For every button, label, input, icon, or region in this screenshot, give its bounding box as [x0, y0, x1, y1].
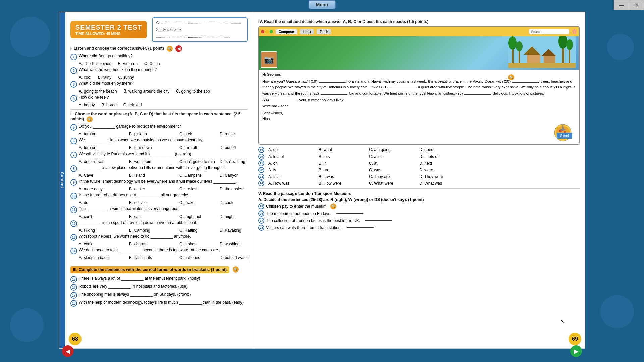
compose-btn[interactable]: Compose: [276, 29, 297, 34]
email-footer: Send: [262, 124, 576, 142]
section3-questions: 15 There is always a lot of __________ a…: [70, 276, 248, 307]
answer19: 19 A. go B. went C. am going D. goed: [258, 147, 580, 153]
bg-decoration-bl: [10, 308, 44, 342]
q26: 26 The museum is not open on Fridays.: [258, 210, 580, 217]
svg-point-2: [508, 36, 517, 50]
nav-prev-button[interactable]: ◀: [62, 345, 74, 357]
close-button[interactable]: ✕: [629, 0, 644, 10]
section4-answers: 19 A. go B. went C. am going D. goed 20 …: [258, 147, 580, 186]
flower-icon: ✿: [572, 28, 577, 35]
svg-rect-21: [560, 129, 566, 130]
test-header: SEMESTER 2 TEST TIME ALLOWED: 45 MINS Cl…: [70, 17, 248, 42]
q16: 16 Robots are very __________ in hospita…: [70, 284, 248, 291]
email-body2: (24) your summer holidays like?: [262, 97, 576, 103]
section1-heading: I. Listen and choose the correct answer.…: [70, 45, 248, 52]
q13: 13 With robot helpers, we won't need to …: [70, 234, 248, 241]
email-body: Hi Georgia, How are you? Guess what? I (…: [259, 70, 579, 144]
q8: 8 __________ is a low place between hill…: [70, 165, 248, 172]
email-search-input[interactable]: [529, 29, 569, 34]
section5-sub: A. Decide if the sentences (25-28) are R…: [258, 197, 580, 202]
blank19: [319, 82, 346, 83]
q4-options: A. happy B. bored C. relaxed: [79, 103, 248, 107]
q9-options: A. more easyB. easierC. easiestD. the ea…: [79, 187, 248, 191]
divider1: [70, 109, 248, 110]
q3: 3 What did he most enjoy there?: [70, 81, 248, 88]
q25-answer: [341, 206, 368, 206]
inbox-btn[interactable]: Inbox: [300, 29, 314, 34]
section2-heading: II. Choose the word or phrase (A, B, C o…: [70, 112, 248, 122]
email-writeback: Write back soon.: [262, 103, 576, 109]
section2-icon[interactable]: 🔍: [87, 116, 93, 122]
page-number-left: 68: [69, 333, 82, 345]
q9: 9 In the future, smart technology will b…: [70, 179, 248, 186]
q25-icon[interactable]: 🔍: [330, 203, 336, 209]
time-allowed: TIME ALLOWED: 45 MINS: [75, 32, 142, 36]
test-title: SEMESTER 2 TEST: [75, 24, 142, 32]
q2: 2 What was the weather like in the morni…: [70, 67, 248, 74]
q7: 7 We will visit Hyde Park this weekend i…: [70, 151, 248, 158]
q27-answer: [365, 220, 392, 221]
section3-header-row: III. Complete the sentences with the cor…: [70, 264, 248, 275]
menu-bar: Menu: [309, 0, 336, 9]
main-content: Content SEMESTER 2 TEST TIME ALLOWED: 45…: [59, 12, 585, 349]
q11: 11 You __________ swim in that water. It…: [70, 206, 248, 213]
q26-answer: [336, 213, 363, 214]
svg-point-8: [566, 39, 573, 50]
answer22: 22 A. is B. are C. was D. were: [258, 167, 580, 173]
blank23: [464, 94, 491, 95]
content-tab[interactable]: Content: [59, 12, 65, 348]
class-field: Class: .................................…: [156, 20, 244, 26]
svg-point-4: [516, 41, 523, 51]
q8-options: A. CaveB. IslandC. CampsiteD. Canyon: [79, 173, 248, 178]
q3-options: A. going to the beach B. walking around …: [79, 89, 248, 94]
title-block: SEMESTER 2 TEST TIME ALLOWED: 45 MINS: [70, 21, 147, 38]
minimize-button[interactable]: —: [614, 0, 629, 10]
section2-questions: 5 Do you __________ garbage to protect t…: [70, 124, 248, 260]
q4: 4 How did he feel?: [70, 95, 248, 102]
q5: 5 Do you __________ garbage to protect t…: [70, 124, 248, 131]
answer21: 21 A. on B. in C. at D. next: [258, 160, 580, 166]
q1-options: A. The Philippines B. Vietnam C. China: [79, 61, 248, 66]
window-controls: — ✕: [614, 0, 644, 10]
nav-next-button[interactable]: ▶: [570, 345, 582, 357]
dot-yellow: [265, 30, 269, 33]
bg-decoration-tr: [607, 34, 634, 60]
bg-decoration-tl: [10, 17, 50, 57]
left-page: SEMESTER 2 TEST TIME ALLOWED: 45 MINS Cl…: [65, 12, 253, 348]
tropical-svg: [508, 36, 576, 68]
q11-options: A. can'tB. canC. might notD. might: [79, 214, 248, 219]
dot-green: [270, 30, 273, 33]
trash-btn[interactable]: Trash: [317, 29, 331, 34]
section1-icon[interactable]: 🔍: [167, 46, 173, 52]
q7-options: A. doesn't rainB. won't rainC. isn't goi…: [79, 159, 248, 164]
q18: 18 With the help of modern technology, t…: [70, 300, 248, 307]
right-page: IV. Read the email and decide which answ…: [253, 12, 585, 348]
email-sign: Best wishes,Nina: [262, 110, 576, 122]
tropical-scene: [279, 36, 579, 70]
avatar-icon: 📷: [264, 55, 274, 64]
send-button[interactable]: Send: [557, 133, 572, 139]
page-number-right: 69: [569, 333, 581, 345]
blank24: [271, 101, 298, 101]
blank20: [512, 82, 539, 83]
section5-heading: V. Read the passage London Transport Mus…: [258, 191, 580, 196]
q5-options: A. turn onB. pick upC. pickD. reuse: [79, 132, 248, 136]
q15: 15 There is always a lot of __________ a…: [70, 276, 248, 283]
section4-icon[interactable]: 🔍: [508, 74, 514, 80]
q28-answer: [347, 227, 374, 228]
section1-questions: 1 Where did Ben go on holiday? A. The Ph…: [70, 53, 248, 107]
q12: 12 __________ is the sport of travelling…: [70, 220, 248, 227]
section3-icon[interactable]: 🔍: [233, 266, 239, 273]
email-greeting: Hi Georgia,: [262, 72, 576, 78]
email-image: 📷: [259, 36, 579, 70]
q10: 10 In the future, robot drones might ___…: [70, 192, 248, 199]
section5-questions: 25 Children pay to enter the museum. 🔍 2…: [258, 203, 580, 231]
q13-options: A. cookB. choresC. dishesD. washing: [79, 242, 248, 246]
menu-button[interactable]: Menu: [309, 0, 336, 9]
dot-red: [261, 30, 264, 33]
section1-arrow[interactable]: ◀: [175, 45, 182, 52]
blank22: [321, 94, 347, 95]
q28: 28 Visitors can walk there from a train …: [258, 225, 580, 231]
section3-heading: III. Complete the sentences with the cor…: [70, 266, 229, 273]
email-body-text: How are you? Guess what? I (19) to an is…: [262, 79, 576, 97]
